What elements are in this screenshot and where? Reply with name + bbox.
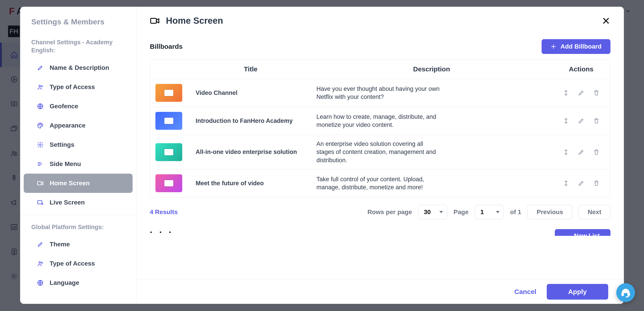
row-description: Learn how to create, manage, distribute,… (316, 113, 442, 129)
svg-point-11 (40, 124, 41, 124)
settings-modal: Settings & Members Channel Settings - Ac… (20, 7, 624, 304)
edit-button[interactable] (577, 179, 585, 187)
svg-point-12 (41, 125, 42, 125)
page-select[interactable]: 1 (475, 205, 504, 219)
page-label: Page (454, 208, 468, 216)
settings-item-label: Appearance (50, 122, 86, 129)
settings-item-label: Settings (50, 141, 74, 148)
row-title: Meet the future of video (190, 169, 311, 197)
svg-point-8 (39, 85, 41, 87)
delete-button[interactable] (592, 148, 600, 156)
settings-item-theme[interactable]: Theme (24, 235, 132, 254)
ellipsis-icon: · · · (150, 227, 174, 237)
previous-button[interactable]: Previous (528, 205, 572, 219)
row-title: All-in-one video enterprise solution (190, 135, 311, 169)
col-description: Description (311, 60, 552, 79)
add-billboard-button[interactable]: Add Billboard (542, 39, 610, 54)
drag-handle[interactable] (562, 89, 570, 97)
modal-main: Home Screen Billboards Add Billboard (136, 7, 624, 304)
modal-sidebar-title: Settings & Members (20, 18, 136, 33)
drag-handle[interactable] (562, 117, 570, 125)
row-thumbnail (156, 84, 182, 102)
close-button[interactable] (602, 16, 610, 25)
table-row: Video Channel Have you ever thought abou… (150, 79, 610, 107)
video-icon (150, 16, 160, 26)
edit-button[interactable] (577, 148, 585, 156)
plus-icon (566, 232, 570, 236)
modal-footer: Cancel Apply (136, 279, 624, 304)
settings-item-label: Geofence (50, 103, 78, 110)
next-button[interactable]: Next (578, 205, 610, 219)
live-plus-icon (37, 199, 44, 206)
settings-item-label: Type of Access (50, 84, 95, 91)
billboards-table: Title Description Actions Video Channel … (150, 59, 610, 197)
table-row: Introduction to FanHero Academy Learn ho… (150, 107, 610, 135)
new-list-button[interactable]: New List (555, 229, 610, 236)
settings-item-label: Home Screen (50, 180, 90, 187)
svg-rect-19 (622, 293, 624, 296)
edit-button[interactable] (577, 89, 585, 97)
globe-icon (37, 103, 44, 110)
table-row: All-in-one video enterprise solution An … (150, 135, 610, 169)
new-list-label: New List (574, 232, 600, 236)
settings-item-settings[interactable]: Settings (24, 135, 132, 154)
palette-icon (37, 122, 44, 129)
col-actions: Actions (552, 60, 610, 79)
svg-rect-15 (38, 200, 42, 204)
plus-icon (550, 44, 556, 50)
settings-item-language[interactable]: Language (24, 273, 132, 292)
person-plus-icon (37, 84, 44, 91)
add-billboard-label: Add Billboard (560, 43, 602, 50)
col-title: Title (190, 60, 311, 79)
delete-button[interactable] (592, 179, 600, 187)
sidebar-divider (20, 215, 136, 215)
svg-rect-18 (151, 18, 156, 23)
svg-rect-14 (38, 181, 42, 185)
drag-handle[interactable] (562, 148, 570, 156)
table-row: Meet the future of video Take full contr… (150, 169, 610, 197)
apply-button[interactable]: Apply (547, 284, 608, 299)
row-thumbnail (156, 143, 182, 161)
settings-item-home-screen[interactable]: Home Screen (24, 174, 132, 193)
settings-item-type-of-access[interactable]: Type of Access (24, 254, 132, 273)
person-plus-icon (37, 260, 44, 267)
lists-section-header: · · · New List (150, 227, 610, 237)
row-thumbnail (156, 174, 182, 192)
pencil-icon (37, 64, 44, 71)
row-description: Have you ever thought about having your … (316, 85, 442, 101)
delete-button[interactable] (592, 89, 600, 97)
support-button[interactable] (616, 283, 635, 302)
settings-item-label: Side Menu (50, 160, 81, 168)
svg-point-13 (39, 144, 41, 146)
cancel-button[interactable]: Cancel (513, 288, 538, 296)
row-description: An enterprise video solution covering al… (316, 140, 442, 164)
svg-point-16 (39, 262, 41, 263)
settings-item-label: Name & Description (50, 64, 109, 71)
table-header-row: Title Description Actions (150, 60, 610, 79)
rows-per-page-label: Rows per page (368, 208, 412, 216)
settings-item-geofence[interactable]: Geofence (24, 97, 132, 116)
list-icon (37, 160, 44, 168)
modal-sidebar: Settings & Members Channel Settings - Ac… (20, 7, 136, 304)
settings-item-live-screen[interactable]: Live Screen (24, 193, 132, 212)
settings-item-label: Theme (50, 241, 70, 248)
billboards-heading: Billboards (150, 43, 183, 50)
settings-item-label: Language (50, 279, 79, 286)
settings-item-type-of-access[interactable]: Type of Access (24, 77, 132, 97)
results-count: 4 Results (150, 208, 178, 216)
headset-icon (620, 287, 631, 298)
settings-item-label: Live Screen (50, 199, 85, 206)
drag-handle[interactable] (562, 179, 570, 187)
edit-button[interactable] (577, 117, 585, 125)
settings-item-appearance[interactable]: Appearance (24, 116, 132, 135)
pencil-icon (37, 241, 44, 248)
settings-item-side-menu[interactable]: Side Menu (24, 154, 132, 174)
modal-title-text: Home Screen (166, 16, 223, 26)
global-settings-heading: Global Platform Settings: (20, 218, 136, 235)
rows-per-page-select[interactable]: 30 (418, 205, 447, 219)
settings-item-name-description[interactable]: Name & Description (24, 58, 132, 77)
delete-button[interactable] (592, 117, 600, 125)
row-title: Video Channel (190, 79, 311, 107)
video-icon (37, 180, 44, 187)
settings-item-label: Type of Access (50, 260, 95, 267)
